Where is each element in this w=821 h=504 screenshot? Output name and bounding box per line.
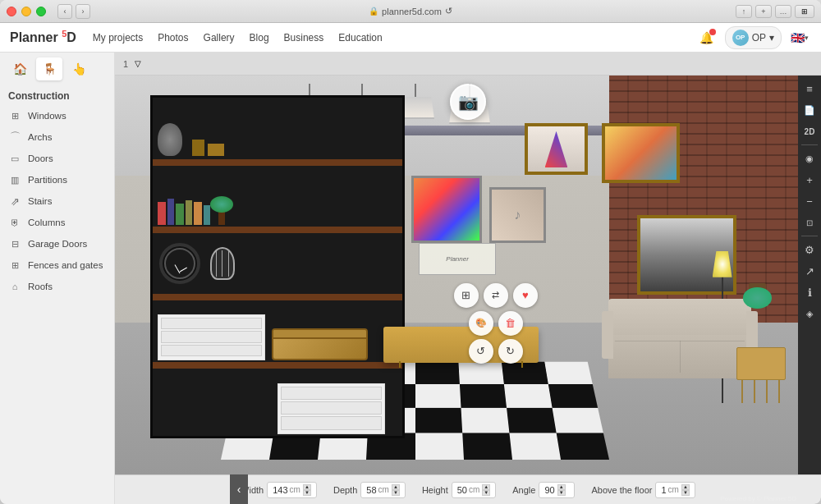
sidebar-item-stairs[interactable]: ⇗ Stairs: [0, 190, 114, 212]
rotate-right-button[interactable]: ↻: [498, 339, 523, 364]
2d-button[interactable]: 2D: [800, 121, 819, 141]
width-spinners: ▲ ▼: [303, 484, 311, 496]
width-down[interactable]: ▼: [303, 490, 311, 496]
browser-nav: ‹ ›: [57, 4, 90, 19]
doors-icon: ▭: [8, 152, 21, 165]
above-floor-field: Above the floor 1 cm ▲ ▼: [591, 482, 695, 498]
sidebar-tabs: 🏠 🪑 👆: [0, 53, 114, 85]
height-down[interactable]: ▼: [482, 490, 490, 496]
paint-button[interactable]: 🎨: [469, 311, 493, 336]
sidebar-tab-more[interactable]: 👆: [66, 57, 92, 80]
maximize-button[interactable]: [36, 7, 46, 16]
zoom-in-icon[interactable]: +: [800, 170, 819, 190]
sidebar-item-columns[interactable]: ⛨ Columns: [0, 212, 114, 233]
panel-separator-2: [801, 236, 818, 236]
rotate-left-button[interactable]: ↺: [469, 339, 493, 364]
user-menu-button[interactable]: OP OP ▾: [725, 26, 782, 49]
sidebar-item-fences[interactable]: ⊞ Fences and gates: [0, 254, 114, 276]
sidebar-item-windows[interactable]: ⊞ Windows: [0, 105, 114, 126]
nav-gallery[interactable]: Gallery: [204, 29, 235, 47]
delete-button[interactable]: 🗑: [498, 311, 523, 336]
nav-my-projects[interactable]: My projects: [93, 29, 143, 47]
above-floor-down[interactable]: ▼: [681, 490, 690, 496]
garage-doors-icon: ⊟: [8, 237, 21, 250]
zoom-out-icon[interactable]: −: [800, 191, 819, 211]
windows-icon: ⊞: [8, 109, 21, 122]
angle-down[interactable]: ▼: [557, 490, 566, 496]
angle-up[interactable]: ▲: [557, 484, 566, 490]
sidebar-item-partitions[interactable]: ▥ Partitions: [0, 169, 114, 190]
object-controls: ⊞ ⇄ ♥ 🎨 🗑 ↺ ↻: [454, 283, 538, 364]
sidebar-item-doors[interactable]: ▭ Doors: [0, 148, 114, 169]
app-navbar: Planner 5D My projects Photos Gallery Bl…: [0, 23, 821, 53]
artwork-back-1: [411, 176, 482, 244]
sidebar-tab-items[interactable]: 🪑: [36, 57, 62, 80]
zoom-fit-icon[interactable]: ⊡: [800, 213, 819, 232]
artwork-brick-2: [525, 123, 588, 175]
lock-icon: 🔒: [369, 7, 378, 16]
obj-controls-row-3: ↺ ↻: [469, 339, 523, 364]
notifications-button[interactable]: 🔔: [695, 26, 718, 49]
sidebar-section-title: Construction: [0, 85, 114, 105]
refresh-icon[interactable]: ↺: [445, 6, 452, 16]
favorite-button[interactable]: ♥: [513, 283, 538, 308]
brand-logo[interactable]: Planner 5D: [10, 29, 76, 45]
chevron-down-icon: ▾: [769, 32, 774, 44]
back-button[interactable]: ‹: [57, 4, 72, 19]
panel-separator: [801, 144, 818, 145]
nav-blog[interactable]: Blog: [250, 29, 269, 47]
above-floor-up[interactable]: ▲: [681, 484, 690, 490]
extra-icon[interactable]: ◈: [800, 304, 819, 323]
plant: [743, 283, 771, 315]
share-icon[interactable]: ↑: [736, 5, 752, 18]
language-selector[interactable]: 🇬🇧 ▾: [788, 26, 811, 49]
info-icon[interactable]: ℹ: [800, 282, 819, 302]
nav-business[interactable]: Business: [284, 29, 324, 47]
forward-button[interactable]: ›: [76, 4, 90, 19]
width-up[interactable]: ▲: [303, 484, 311, 490]
height-value[interactable]: 50 cm ▲ ▼: [452, 482, 497, 498]
notification-dot: [709, 29, 716, 35]
filter-icon[interactable]: ▽: [135, 59, 141, 68]
partitions-icon: ▥: [8, 173, 21, 186]
flip-button[interactable]: ⇄: [484, 283, 508, 308]
copy-button[interactable]: ⊞: [454, 283, 479, 308]
right-panel: ≡ 📄 2D ◉ + − ⊡ ⚙ ↗ ℹ ◈: [798, 76, 821, 474]
sidebar-tab-home[interactable]: 🏠: [7, 57, 33, 80]
settings-icon[interactable]: …: [775, 5, 791, 18]
depth-down[interactable]: ▼: [392, 490, 400, 496]
height-up[interactable]: ▲: [482, 484, 490, 490]
left-sidebar: 🏠 🪑 👆 Construction ⊞ Windows ⌒ Archs ▭ D…: [0, 53, 115, 504]
nav-photos[interactable]: Photos: [158, 29, 188, 47]
share-icon[interactable]: ↗: [800, 261, 819, 281]
window-resize-icon[interactable]: ⊞: [795, 5, 814, 18]
sidebar-item-garage-doors[interactable]: ⊟ Garage Doors: [0, 233, 114, 254]
address-bar[interactable]: 🔒 planner5d.com ↺: [369, 6, 452, 16]
minimize-button[interactable]: [21, 7, 31, 16]
view-icon[interactable]: ◉: [800, 149, 819, 168]
sidebar-item-archs[interactable]: ⌒ Archs: [0, 126, 114, 148]
above-floor-value[interactable]: 1 cm ▲ ▼: [655, 482, 695, 498]
camera-button[interactable]: 📷: [450, 84, 486, 120]
main-layout: 🏠 🪑 👆 Construction ⊞ Windows ⌒ Archs ▭ D…: [0, 53, 821, 504]
menu-icon[interactable]: ≡: [800, 79, 819, 99]
depth-value[interactable]: 58 cm ▲ ▼: [360, 482, 406, 498]
settings-icon[interactable]: ⚙: [800, 240, 819, 259]
width-value[interactable]: 143 cm ▲ ▼: [267, 482, 317, 498]
sidebar-items: ⊞ Windows ⌒ Archs ▭ Doors ▥ Partitions ⇗: [0, 105, 114, 297]
close-button[interactable]: [7, 7, 16, 16]
bonsai: [218, 208, 225, 225]
layers-icon[interactable]: 📄: [800, 100, 819, 120]
canvas-area[interactable]: 1 ▽ 📷: [115, 53, 821, 504]
left-nav-arrow[interactable]: ‹: [230, 474, 248, 504]
bookmark-icon[interactable]: +: [755, 5, 772, 18]
titlebar-actions: ↑ + … ⊞: [736, 5, 814, 18]
angle-value[interactable]: 90 ▲ ▼: [539, 482, 575, 498]
nav-education[interactable]: Education: [338, 29, 382, 47]
width-field: Width 143 cm ▲ ▼: [241, 482, 317, 498]
window: ‹ › 🔒 planner5d.com ↺ ↑ + … ⊞ Planner 5D…: [0, 0, 821, 504]
height-spinners: ▲ ▼: [482, 484, 490, 496]
depth-up[interactable]: ▲: [392, 484, 400, 490]
sidebar-item-roofs[interactable]: ⌂ Roofs: [0, 276, 114, 297]
fences-icon: ⊞: [8, 259, 21, 272]
